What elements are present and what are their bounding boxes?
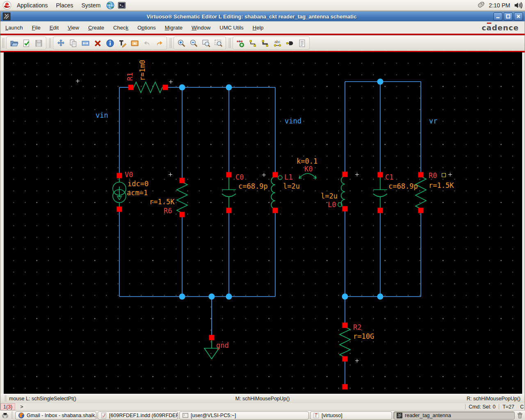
junction-dot[interactable] — [179, 294, 185, 300]
wire-button[interactable] — [247, 37, 259, 49]
terminal[interactable] — [342, 206, 348, 212]
schematic-label-acm-1[interactable]: acm=1 — [127, 189, 148, 197]
volume-icon[interactable] — [514, 1, 523, 10]
panel-menu-applications[interactable]: Applications — [14, 1, 51, 9]
terminal[interactable] — [378, 208, 383, 213]
delete-button[interactable] — [91, 37, 104, 49]
hierarchy-indicator[interactable]: 1(3) — [0, 403, 15, 410]
terminal[interactable] — [378, 172, 383, 178]
terminal[interactable] — [226, 208, 232, 213]
schematic-label-l-2u[interactable]: l=2u — [283, 183, 300, 190]
command-prompt[interactable]: > — [20, 404, 23, 410]
schematic-label-R1[interactable]: R1 — [126, 73, 134, 81]
task-button--user-vlsi-pc5-[interactable]: [user@VLSI-PC5:~] — [179, 411, 309, 420]
save-check-button[interactable] — [20, 37, 32, 49]
menu-check[interactable]: Check — [113, 25, 128, 31]
menu-options[interactable]: Options — [137, 25, 156, 31]
printer-applet-icon[interactable] — [1, 411, 9, 420]
schematic-label-r-1m0[interactable]: r=1m0 — [139, 60, 146, 81]
schematic-label-C1[interactable]: C1 — [385, 173, 393, 181]
terminal[interactable] — [342, 356, 348, 362]
schematic-label-vr[interactable]: vr — [429, 117, 437, 125]
wide-wire-button[interactable] — [259, 37, 271, 49]
schematic-label-R0[interactable]: R0 — [429, 172, 437, 180]
toolbar-grip[interactable] — [2, 38, 5, 48]
redo-button[interactable] — [153, 37, 165, 49]
undo-button[interactable] — [141, 37, 153, 49]
note-button[interactable] — [296, 37, 308, 49]
terminal[interactable] — [342, 323, 348, 328]
menu-view[interactable]: View — [68, 25, 79, 31]
terminal[interactable] — [418, 172, 424, 178]
terminal[interactable] — [273, 172, 278, 178]
schematic-label-C0[interactable]: C0 — [235, 173, 244, 181]
task-button-reader-tag-antenna[interactable]: reader_tag_antenna — [393, 411, 515, 420]
stretch-button[interactable] — [79, 37, 91, 49]
schematic-label-R2[interactable]: R2 — [353, 324, 361, 331]
copy-button[interactable] — [67, 37, 79, 49]
inductor-L0[interactable] — [341, 176, 345, 207]
junction-dot[interactable] — [209, 294, 215, 300]
statusbar-grip[interactable] — [5, 396, 7, 402]
menu-launch[interactable]: Launch — [5, 25, 23, 31]
schematic-label-L1[interactable]: L1 — [284, 173, 292, 181]
schematic-label-c-68.9p[interactable]: c=68.9p — [388, 183, 418, 190]
terminal[interactable] — [180, 178, 185, 183]
panel-menu-places[interactable]: Places — [53, 1, 76, 9]
coupling-K0[interactable] — [299, 173, 316, 178]
terminal[interactable] — [117, 173, 122, 178]
terminal[interactable] — [209, 335, 215, 340]
properties-button[interactable] — [104, 37, 116, 49]
menu-migrate[interactable]: Migrate — [165, 25, 183, 31]
descend-button[interactable] — [128, 37, 141, 49]
instance-button[interactable] — [234, 37, 247, 49]
menu-umc-utils[interactable]: UMC Utils — [219, 25, 244, 31]
schematic-label-K0[interactable]: K0 — [304, 165, 313, 173]
pin-button[interactable] — [283, 37, 296, 49]
junction-dot[interactable] — [179, 84, 185, 91]
junction-dot[interactable] — [342, 294, 348, 300]
schematic-canvas[interactable]: vinvindvrR1r=1m0V0idc=0acm=1r=1.5KR6C0c=… — [4, 52, 522, 394]
schematic-label-c-68.9p[interactable]: c=68.9p — [238, 183, 268, 190]
terminal[interactable] — [117, 207, 122, 212]
schematic-label-idc-0[interactable]: idc=0 — [128, 180, 148, 188]
task-button--609rfdef1-indd-609rfdef[interactable]: [609RFDEF1.indd (609RFDEF1.... — [98, 411, 178, 420]
task-button-gmail-inbox-shabana-shai[interactable]: Gmail - Inbox - shabana.shaik... — [15, 411, 96, 420]
terminal-launcher-icon[interactable] — [117, 1, 126, 10]
redhat-menu-icon[interactable] — [2, 1, 11, 10]
save-gray-button[interactable] — [32, 37, 45, 49]
schematic-label-R6[interactable]: R6 — [164, 207, 172, 215]
move-button[interactable] — [55, 37, 67, 49]
resistor-R1[interactable] — [131, 82, 165, 93]
terminal[interactable] — [226, 172, 232, 178]
menu-file[interactable]: File — [32, 25, 41, 31]
task-button--virtuoso-[interactable]: c[virtuoso] — [310, 411, 392, 420]
schematic-label-l-2u[interactable]: l=2u — [321, 192, 338, 200]
taskbar-grip[interactable] — [11, 412, 13, 419]
schematic-label-vin[interactable]: vin — [96, 112, 108, 119]
close-button[interactable] — [514, 12, 523, 21]
wire-name-button[interactable]: abc — [271, 37, 283, 49]
schematic-label-r-1.5K[interactable]: r=1.5K — [149, 198, 174, 206]
toolbar-grip[interactable] — [170, 38, 172, 48]
mouse-icon[interactable] — [477, 1, 486, 10]
junction-dot[interactable] — [226, 294, 232, 300]
schematic-label-L0[interactable]: L0 — [328, 201, 336, 209]
clock[interactable]: 2:10 PM — [489, 2, 510, 9]
zoom-select-button[interactable] — [212, 37, 224, 49]
resistor-R6[interactable] — [177, 180, 187, 215]
terminal[interactable] — [180, 212, 185, 217]
text-edit-button[interactable] — [116, 37, 128, 49]
terminal[interactable] — [342, 172, 348, 177]
menu-edit[interactable]: Edit — [50, 25, 59, 31]
zoom-fit-button[interactable] — [200, 37, 212, 49]
open-button[interactable] — [8, 37, 20, 49]
panel-menu-system[interactable]: System — [79, 1, 104, 9]
trash-icon[interactable] — [516, 411, 524, 420]
toolbar-grip[interactable] — [49, 38, 51, 48]
terminal[interactable] — [342, 384, 348, 390]
schematic-label-V0[interactable]: V0 — [125, 171, 133, 179]
toolbar-grip[interactable] — [229, 38, 231, 48]
schematic-label-vind[interactable]: vind — [285, 117, 301, 125]
junction-dot[interactable] — [377, 294, 383, 300]
